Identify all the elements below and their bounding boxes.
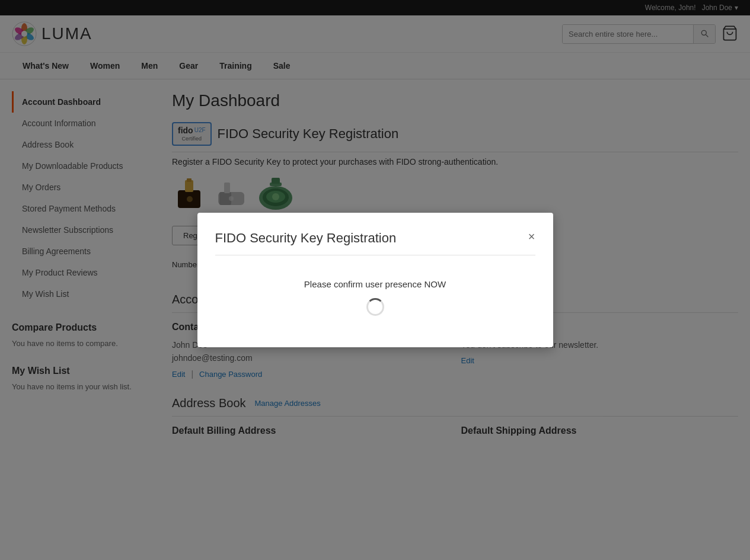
loading-spinner (366, 298, 384, 316)
fido-modal: FIDO Security Key Registration × Please … (197, 213, 553, 347)
modal-body: Please confirm user presence NOW (215, 267, 535, 329)
modal-close-button[interactable]: × (528, 231, 535, 242)
modal-header: FIDO Security Key Registration × (215, 231, 535, 255)
modal-message: Please confirm user presence NOW (215, 279, 535, 289)
modal-overlay: FIDO Security Key Registration × Please … (0, 0, 750, 472)
modal-title: FIDO Security Key Registration (215, 231, 397, 246)
